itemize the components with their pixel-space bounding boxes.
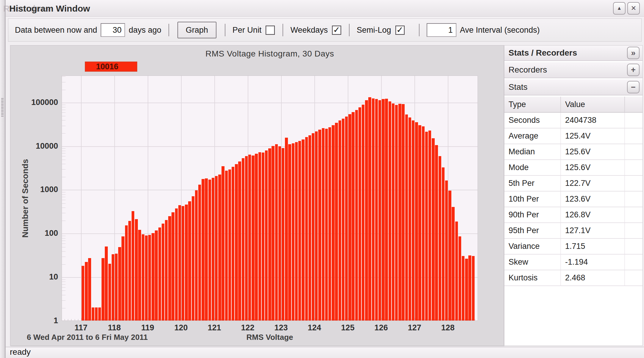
collapse-window-button[interactable]: ▲ (613, 2, 626, 15)
y-tick-label: 10 (13, 272, 58, 282)
histogram-bar (125, 225, 128, 321)
x-tick-label: 126 (368, 323, 394, 332)
per-unit-checkbox[interactable] (266, 26, 275, 35)
histogram-bar (308, 135, 311, 321)
panel-collapse-button[interactable]: » (627, 47, 640, 59)
minus-icon: − (631, 83, 636, 91)
recorders-section-header[interactable]: Recorders + (504, 62, 643, 78)
legend-series-label: 10016 (96, 62, 126, 71)
histogram-bar (358, 107, 361, 321)
stat-value-cell: 125.6V (561, 144, 625, 159)
minor-tick-y (62, 153, 66, 153)
minor-tick-y (62, 192, 66, 192)
histogram-bar (105, 246, 107, 321)
histogram-bar (252, 156, 254, 321)
histogram-bar (278, 146, 281, 321)
minor-tick-y (62, 200, 66, 200)
histogram-bar (288, 144, 291, 321)
stats-table-header: Type Value (504, 97, 643, 113)
table-row[interactable]: Median125.6V (504, 144, 643, 160)
table-row[interactable]: Variance1.715 (504, 239, 643, 255)
minor-tick-y (62, 257, 66, 257)
stats-section-header[interactable]: Stats − (504, 79, 643, 95)
histogram-bar (115, 254, 118, 321)
background-window-edge (0, 0, 5, 358)
minor-tick-y (62, 221, 66, 221)
histogram-bar (242, 158, 244, 321)
histogram-bar (302, 139, 304, 321)
table-row[interactable]: Average125.4V (504, 128, 643, 144)
minor-tick-y (62, 241, 66, 241)
column-header-type[interactable]: Type (504, 97, 561, 112)
histogram-bar (268, 148, 271, 321)
x-tick-label: 118 (101, 323, 128, 332)
minor-tick-y (62, 107, 66, 107)
graph-button[interactable]: Graph (177, 22, 216, 38)
table-row[interactable]: Kurtosis2.468 (504, 270, 643, 286)
histogram-bar (215, 176, 218, 321)
histogram-bar (135, 219, 138, 321)
histogram-bar (88, 258, 91, 321)
minor-tick-y (62, 90, 66, 90)
histogram-bar (372, 98, 375, 321)
minor-tick-x (71, 319, 71, 321)
table-row[interactable]: Skew-1.194 (504, 255, 643, 270)
minor-tick-y (62, 151, 66, 151)
y-tick-label: 100000 (13, 98, 58, 107)
histogram-bar (258, 152, 261, 321)
expand-recorders-button[interactable]: + (627, 64, 640, 76)
histogram-bar (185, 205, 188, 321)
histogram-bar (435, 145, 438, 321)
table-row[interactable]: 5th Per122.7V (504, 176, 643, 191)
stat-spacer-cell (625, 270, 643, 285)
weekdays-checkbox[interactable]: ✓ (332, 26, 341, 35)
histogram-bar (418, 125, 421, 321)
histogram-bar (455, 222, 458, 321)
histogram-bar (342, 119, 344, 321)
minor-tick-y (62, 126, 66, 126)
gridline-horizontal (62, 103, 478, 103)
weekdays-label: Weekdays (290, 26, 328, 35)
collapse-stats-button[interactable]: − (627, 81, 640, 93)
table-row[interactable]: 10th Per123.6V (504, 191, 643, 207)
table-row[interactable]: 95th Per127.1V (504, 223, 643, 239)
splitter-grip-icon[interactable] (1, 98, 4, 117)
recorders-section-label: Recorders (509, 65, 547, 75)
chart-title: RMS Voltage Histogram, 30 Days (62, 49, 478, 59)
histogram-bar (412, 120, 414, 321)
y-tick-label: 100 (13, 229, 58, 238)
histogram-bar (192, 196, 194, 321)
status-bar: ready (6, 347, 644, 358)
column-header-value[interactable]: Value (561, 97, 625, 112)
histogram-bar (235, 164, 238, 321)
histogram-bar (282, 148, 284, 321)
table-row[interactable]: Seconds2404738 (504, 113, 643, 128)
close-window-button[interactable]: ✕ (627, 2, 640, 15)
per-unit-label: Per Unit (233, 26, 262, 35)
histogram-bar (118, 247, 121, 321)
title-bar[interactable]: Recorders Histogram Window ▲ ✕ (6, 0, 644, 17)
minor-tick-y (62, 105, 66, 105)
histogram-bar (92, 307, 94, 321)
ave-interval-input[interactable] (427, 23, 456, 37)
histogram-bar (208, 180, 211, 321)
days-ago-input[interactable] (101, 23, 125, 37)
toolbar-separator (349, 24, 350, 36)
semilog-checkbox[interactable]: ✓ (395, 26, 405, 35)
table-row[interactable]: Mode125.6V (504, 160, 643, 176)
stat-spacer-cell (625, 255, 643, 270)
table-row[interactable]: 90th Per126.8V (504, 207, 643, 223)
histogram-bar (142, 234, 144, 321)
histogram-bar (82, 266, 84, 321)
stat-value-cell: 125.6V (561, 160, 625, 175)
status-text: ready (10, 347, 31, 357)
histogram-bar (245, 156, 248, 321)
histogram-bar (432, 138, 434, 321)
histogram-bar (198, 185, 201, 321)
histogram-bar (345, 117, 348, 321)
histogram-bar (295, 142, 298, 321)
minor-tick-y (62, 164, 66, 164)
minor-tick-y (62, 251, 66, 252)
minor-tick-y (62, 82, 66, 82)
minor-tick-y (62, 116, 66, 116)
